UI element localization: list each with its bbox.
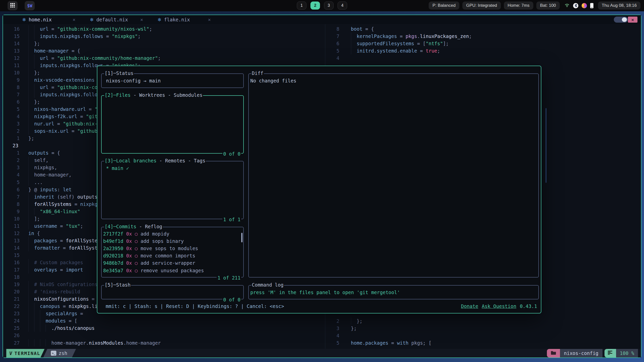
workspace-button-2[interactable]: 2 [310, 2, 320, 10]
code-line: 8boot = { [326, 25, 640, 32]
window-controls: × [614, 17, 637, 23]
code-line: 2}; [326, 317, 640, 325]
indent-guide [28, 54, 29, 62]
commits-scrollbar[interactable] [241, 233, 243, 242]
shell-label: zsh [59, 350, 67, 356]
line-number: 2 [3, 128, 20, 134]
indent-guide [28, 69, 29, 76]
indent-guide [34, 339, 34, 346]
code-text: url = "github:nix-community/home-manager… [23, 55, 161, 61]
commit-author: 0x [123, 246, 135, 251]
commit-row[interactable]: b49ef1d 0x ○ add sops binary [103, 237, 242, 245]
donate-link[interactable]: Donate [461, 303, 478, 309]
indent-guide [28, 127, 29, 135]
commit-message: move sops to modules [138, 246, 198, 251]
ask-question-link[interactable]: Ask Question [482, 303, 516, 309]
line-number: 3 [326, 326, 339, 331]
line-number: 5 [326, 340, 339, 346]
line-number: 2 [326, 318, 339, 324]
lines-segment [605, 349, 616, 357]
folder-icon [551, 350, 556, 356]
tab-close-icon[interactable]: × [140, 17, 143, 22]
indent-guide [28, 303, 29, 310]
line-number: 12 [3, 231, 20, 236]
window-close-button[interactable]: × [628, 17, 637, 23]
scrollbar-thumb[interactable] [546, 108, 546, 183]
commit-row[interactable]: 2717f2f 0x ○ add mopidy [103, 230, 242, 237]
nix-snowflake-icon: ❄ [90, 17, 94, 22]
lazygit-files-panel[interactable]: [2]─Files - Worktrees - Submodules 0 of … [101, 95, 244, 154]
clock[interactable]: Thu Aug 08, 18:16 [598, 2, 640, 10]
lazygit-status-panel[interactable]: [1]─Status nixos-config → main [101, 73, 244, 88]
commit-graph-node: ○ [135, 260, 138, 266]
window-toggle[interactable] [614, 17, 628, 23]
cwd-label[interactable]: nixos-config [560, 349, 602, 357]
tab-label: default.nix [96, 17, 128, 22]
code-line: 4 [326, 332, 640, 339]
lazygit-branches-panel[interactable]: [3]─Local branches - Remotes - Tags * ma… [101, 161, 244, 219]
commit-author: 0x [123, 238, 135, 244]
line-number: 5 [3, 106, 20, 112]
commit-sha: 9486b7d [103, 260, 123, 266]
code-text: inherit (self) outputs; [23, 194, 100, 200]
commit-row[interactable]: d920218 0x ○ move common imports [103, 252, 242, 259]
workspace-logo-button[interactable]: $W [25, 1, 35, 10]
tab-home.nix[interactable]: ❄home.nix× [22, 15, 75, 24]
commit-row[interactable]: 2a23950 0x ○ move sops to modules [103, 245, 242, 252]
commit-row[interactable]: 8e345a7 0x ○ remove unused packages [103, 267, 242, 274]
indent-guide [34, 62, 34, 69]
lazygit-stash-panel[interactable]: [5]─Stash 0 of 0 [101, 285, 244, 299]
lazygit-diff-panel[interactable]: Diff No changed files [248, 73, 539, 278]
network-icon[interactable] [564, 3, 570, 9]
line-number: 6 [326, 41, 339, 46]
vim-logo-icon: V [9, 350, 13, 356]
app-launcher-button[interactable] [8, 1, 18, 10]
code-text: "x86_64-linux" [23, 209, 80, 214]
code-text: nixosConfigurations = { [23, 296, 100, 302]
code-line: 15inputs.nixpkgs.follows = "nixpkgs"; [3, 32, 325, 40]
indent-guide [34, 83, 34, 91]
line-number: 23 [3, 143, 20, 148]
commit-row[interactable]: 9486b7d 0x ○ add service-wrapper [103, 259, 242, 267]
line-number: 18 [3, 274, 20, 280]
tab-default.nix[interactable]: ❄default.nix× [90, 15, 143, 24]
phone-icon[interactable] [590, 3, 593, 8]
indent-guide [28, 259, 29, 266]
indent-guide [28, 83, 29, 91]
indent-guide [351, 47, 351, 54]
commits-panel-title: [4]─Commits - Reflog [104, 224, 163, 229]
lazygit-commits-panel[interactable]: [4]─Commits - Reflog 2717f2f 0x ○ add mo… [101, 227, 244, 278]
code-text: supportedFilesystems = ["ntfs"]; [345, 41, 449, 46]
workspace-button-4[interactable]: 4 [338, 2, 347, 10]
line-number: 8 [3, 84, 20, 90]
lazygit-command-log-panel[interactable]: Command log press 'M' in the files panel… [248, 285, 539, 299]
browser-icon[interactable] [582, 3, 587, 8]
workspace-button-1[interactable]: 1 [297, 2, 306, 10]
code-text: initrd.systemd.enable = true; [345, 48, 440, 54]
code-text: home-manager.nixosModules.home-manager [23, 340, 161, 346]
terminal-prompt-icon: >_ [51, 351, 56, 356]
tab-close-icon[interactable]: × [208, 17, 211, 22]
lazygit-overlay: [1]─Status nixos-config → main [2]─Files… [97, 66, 541, 313]
workspace-button-3[interactable]: 3 [324, 2, 334, 10]
line-number: 11 [3, 63, 20, 68]
commit-sha: 8e345a7 [103, 268, 123, 273]
tab-close-icon[interactable]: × [73, 17, 75, 22]
tab-flake.nix[interactable]: ❄flake.nix× [157, 15, 211, 24]
code-text: ]; [23, 216, 40, 221]
line-number: 24 [3, 318, 20, 324]
right-pane-top[interactable]: 8boot = {7kernelPackages = pkgs.linuxPac… [326, 25, 640, 62]
indent-guide [40, 325, 40, 332]
bluetooth-icon[interactable] [573, 3, 578, 8]
indent-guide [28, 310, 29, 317]
code-line: 5home.packages = with pkgs; [ [326, 339, 640, 346]
code-text: nixpkgs, [23, 165, 57, 170]
commit-message: add mopidy [138, 231, 169, 237]
indent-guide [28, 244, 29, 251]
code-text: self, [23, 157, 49, 163]
nix-snowflake-icon: ❄ [157, 17, 162, 22]
right-pane-bottom[interactable]: 2};3};45home.packages = with pkgs; [ [326, 317, 640, 346]
command-log-title: Command log [251, 282, 284, 288]
line-number: 2 [3, 157, 20, 163]
code-text: home.packages = with pkgs; [ [345, 340, 431, 346]
